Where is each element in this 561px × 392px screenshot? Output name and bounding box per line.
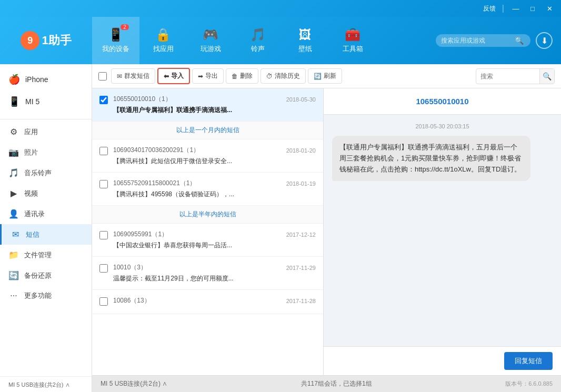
message-number: 10690340170036200291（1） (113, 146, 199, 155)
header-search[interactable]: 🔍 (436, 34, 530, 47)
clear-history-label: 清除历史 (275, 72, 300, 81)
message-checkbox[interactable] (99, 180, 108, 188)
message-header: 10690340170036200291（1） 2018-01-20 (113, 146, 316, 155)
my-device-badge: 2 (121, 24, 129, 30)
sidebar-item-contacts[interactable]: 👤 通讯录 (0, 204, 92, 224)
status-center: 共117组会话，已选择1组 (301, 379, 372, 388)
header-right: 🔍 ⬇ (436, 32, 561, 49)
sidebar-item-sms[interactable]: ✉ 短信 (0, 224, 92, 245)
list-item[interactable]: 10086（13） 2017-11-28 (92, 290, 323, 314)
message-checkbox[interactable] (99, 231, 108, 239)
delete-label: 删除 (240, 72, 253, 81)
message-header: 10010（3） 2017-11-29 (113, 263, 316, 272)
sidebar-status[interactable]: MI 5 USB连接(共2台) ∧ (0, 376, 92, 392)
select-all-checkbox[interactable] (98, 72, 107, 81)
message-number: 10086（13） (113, 296, 151, 305)
close-button[interactable]: ✕ (542, 3, 557, 14)
mi5-icon: 📱 (8, 96, 20, 107)
message-date: 2017-11-28 (286, 298, 316, 304)
more-label: 更多功能 (24, 291, 52, 300)
toolbar-search[interactable]: 🔍 (476, 68, 555, 84)
message-number: 10010（3） (113, 263, 147, 272)
ringtone-label: 铃声 (251, 44, 265, 54)
tab-ringtone[interactable]: 🎵 铃声 (234, 17, 282, 64)
tab-toolbox[interactable]: 🧰 工具箱 (329, 17, 376, 64)
files-label: 文件管理 (24, 250, 52, 260)
iphone-icon: 🍎 (8, 74, 20, 85)
photos-icon: 📷 (8, 147, 19, 157)
list-item[interactable]: 1065575209115800021（1） 2018-01-19 【腾讯科技】… (92, 173, 323, 206)
backup-icon: 🔄 (8, 270, 19, 280)
message-body: 10690340170036200291（1） 2018-01-20 【腾讯科技… (113, 146, 316, 166)
import-button[interactable]: ⬅ 导入 (157, 68, 190, 84)
tab-find-app[interactable]: 🔒 找应用 (139, 17, 187, 64)
title-bar: 反馈 | — □ ✕ (0, 0, 561, 17)
my-device-icon: 📱 2 (108, 27, 124, 42)
apps-icon: ⚙ (8, 127, 19, 137)
message-checkbox[interactable] (99, 297, 108, 306)
message-header: 106550010010（1） 2018-05-30 (113, 95, 316, 104)
status-left: MI 5 USB连接(共2台) ∧ (101, 379, 167, 388)
export-icon: ➡ (198, 73, 203, 80)
search-input[interactable] (476, 71, 539, 82)
logo-icon: 9 (21, 31, 39, 50)
list-item[interactable]: 10010（3） 2017-11-29 温馨提示：截至11月29日，您的可用额度… (92, 257, 323, 290)
message-checkbox[interactable] (99, 147, 108, 155)
message-preview: 【联通用户专属福利】联通携手滴滴送福... (113, 106, 316, 115)
messages-container: 106550010010（1） 2018-05-30 【联通用户专属福利】联通携… (92, 88, 561, 375)
refresh-button[interactable]: 🔄 刷新 (308, 68, 342, 84)
sidebar-item-apps[interactable]: ⚙ 应用 (0, 122, 92, 142)
sidebar-item-music[interactable]: 🎵 音乐铃声 (0, 163, 92, 183)
sidebar-item-files[interactable]: 📁 文件管理 (0, 245, 92, 265)
message-date: 2018-01-19 (286, 180, 316, 187)
sidebar-item-more[interactable]: ··· 更多功能 (0, 286, 92, 306)
section-divider-one-month: 以上是一个月内的短信 (92, 122, 323, 139)
sidebar-item-iphone[interactable]: 🍎 iPhone (0, 68, 92, 91)
list-item[interactable]: 10690955991（1） 2017-12-12 【中国农业银行】恭喜您获得每… (92, 224, 323, 257)
delete-button[interactable]: 🗑 删除 (226, 68, 258, 84)
maximize-button[interactable]: □ (525, 3, 540, 14)
logo: 9 1助手 (21, 31, 71, 50)
apps-label: 应用 (24, 127, 38, 137)
iphone-label: iPhone (25, 75, 48, 84)
refresh-icon: 🔄 (314, 73, 322, 80)
tab-my-device[interactable]: 📱 2 我的设备 (92, 17, 139, 64)
status-bar: MI 5 USB连接(共2台) ∧ 共117组会话，已选择1组 版本号：6.6.… (92, 375, 561, 392)
sidebar-item-photos[interactable]: 📷 照片 (0, 142, 92, 163)
import-label: 导入 (171, 72, 184, 81)
import-icon: ⬅ (164, 73, 169, 80)
feedback-link[interactable]: 反馈 (483, 4, 496, 13)
sidebar-item-video[interactable]: ▶ 视频 (0, 183, 92, 204)
music-icon: 🎵 (8, 168, 19, 178)
message-header: 10086（13） 2017-11-28 (113, 296, 316, 305)
section-divider-half-year: 以上是半年内的短信 (92, 206, 323, 224)
download-button[interactable]: ⬇ (536, 32, 553, 49)
tab-wallpaper[interactable]: 🖼 壁纸 (282, 17, 329, 64)
sidebar-divider-1 (0, 119, 92, 119)
message-header: 1065575209115800021（1） 2018-01-19 (113, 179, 316, 188)
bulk-send-button[interactable]: ✉ 群发短信 (111, 68, 155, 84)
minimize-button[interactable]: — (508, 3, 523, 14)
search-button[interactable]: 🔍 (539, 69, 554, 84)
tab-games[interactable]: 🎮 玩游戏 (187, 17, 234, 64)
clear-history-button[interactable]: ⏱ 清除历史 (261, 68, 306, 84)
message-checkbox[interactable] (99, 96, 108, 104)
sidebar-item-mi5[interactable]: 📱 MI 5 (0, 91, 92, 113)
list-item[interactable]: 10690340170036200291（1） 2018-01-20 【腾讯科技… (92, 139, 323, 173)
games-icon: 🎮 (203, 27, 218, 42)
sidebar-item-backup[interactable]: 🔄 备份还原 (0, 265, 92, 286)
delete-icon: 🗑 (232, 73, 238, 80)
video-icon: ▶ (8, 188, 19, 198)
message-body: 1065575209115800021（1） 2018-01-19 【腾讯科技】… (113, 179, 316, 199)
wallpaper-label: 壁纸 (298, 44, 312, 54)
message-checkbox[interactable] (99, 264, 108, 273)
header-search-input[interactable] (441, 37, 515, 44)
detail-timestamp: 2018-05-30 20:03:15 (332, 123, 553, 129)
message-date: 2018-05-30 (286, 96, 316, 103)
list-item[interactable]: 106550010010（1） 2018-05-30 【联通用户专属福利】联通携… (92, 88, 323, 122)
reply-button[interactable]: 回复短信 (504, 352, 553, 370)
detail-contact-number: 106550010010 (324, 88, 561, 115)
bulk-send-icon: ✉ (117, 73, 122, 80)
message-body: 10690955991（1） 2017-12-12 【中国农业银行】恭喜您获得每… (113, 230, 316, 250)
export-button[interactable]: ➡ 导出 (192, 68, 224, 84)
